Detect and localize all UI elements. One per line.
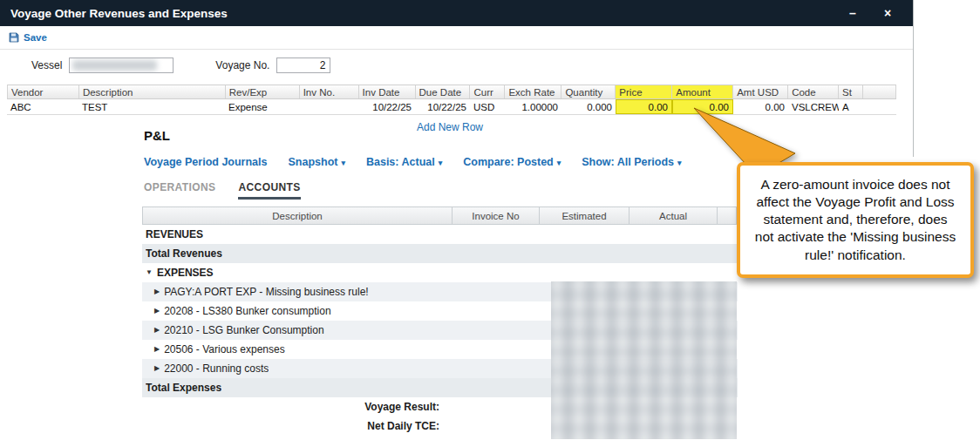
pnl-table-header: DescriptionInvoice NoEstimatedActual <box>142 206 738 225</box>
screenshot-canvas: Voyage Other Revenues and Expenses – × S… <box>0 0 980 440</box>
invoice-col-code: Code <box>788 85 839 98</box>
voyage-no-input[interactable]: 2 <box>276 58 330 73</box>
pnl-row-label: 20208 - LS380 Bunker consumption <box>164 305 330 317</box>
callout-text: A zero-amount invoice does not affect th… <box>755 177 956 262</box>
invoice-cell-st[interactable]: A <box>839 99 863 114</box>
pnl-menu-show-all-periods[interactable]: Show: All Periods▾ <box>582 156 681 168</box>
pnl-row-label: EXPENSES <box>157 267 214 279</box>
pnl-row-revenues: REVENUES <box>142 225 738 244</box>
menu-item-label: Snapshot <box>288 156 337 168</box>
invoice-col-due-date: Due Date <box>416 85 471 98</box>
invoice-col-amt-usd: Amt USD <box>733 85 788 98</box>
invoice-cell-filler <box>863 99 896 114</box>
invoice-cell-vendor[interactable]: ABC <box>7 99 78 114</box>
pnl-row-label: Total Expenses <box>146 382 221 394</box>
tab-accounts[interactable]: ACCOUNTS <box>238 181 300 200</box>
pnl-row-label: Total Revenues <box>146 247 222 260</box>
window-title: Voyage Other Revenues and Expenses <box>10 7 845 20</box>
pnl-menu-voyage-period-journals[interactable]: Voyage Period Journals <box>144 156 267 168</box>
pnl-title: P&L <box>142 128 738 143</box>
pnl-menu-basis-actual[interactable]: Basis: Actual▾ <box>366 156 442 168</box>
chevron-down-icon: ▾ <box>439 159 443 167</box>
invoice-cell-rev-exp[interactable]: Expense <box>225 99 299 114</box>
invoice-col-amount: Amount <box>672 85 733 98</box>
save-label: Save <box>24 32 47 43</box>
pnl-col-description: Description <box>143 207 453 224</box>
pnl-col-invoice-no: Invoice No <box>453 207 540 224</box>
pnl-row-total-revenues: Total Revenues <box>142 244 738 263</box>
pnl-row-label: REVENUES <box>146 228 203 240</box>
collapse-icon[interactable]: ▼ <box>146 268 153 276</box>
pnl-row-label: 20210 - LSG Bunker Consumption <box>164 324 323 336</box>
pnl-row-label: Voyage Result: <box>146 401 446 413</box>
invoice-col-exch-rate: Exch Rate <box>505 85 561 98</box>
invoice-col-curr: Curr <box>470 85 505 98</box>
pnl-menu: Voyage Period JournalsSnapshot▾Basis: Ac… <box>142 156 738 168</box>
pnl-menu-compare-posted[interactable]: Compare: Posted▾ <box>463 156 561 168</box>
pnl-row-expenses[interactable]: ▼EXPENSES <box>142 263 738 282</box>
voyage-no-value: 2 <box>320 59 326 71</box>
pnl-menu-snapshot[interactable]: Snapshot▾ <box>288 156 344 168</box>
invoice-col-price: Price <box>616 85 672 98</box>
invoice-col-quantity: Quantity <box>561 85 616 98</box>
invoice-col-st: St <box>839 85 863 98</box>
expand-icon[interactable]: ▶ <box>154 307 160 315</box>
vessel-label: Vessel <box>31 59 62 71</box>
pnl-row-label: 20506 - Various expenses <box>164 343 285 355</box>
invoice-cell-exch-rate[interactable]: 1.00000 <box>505 99 561 114</box>
invoice-cell-curr[interactable]: USD <box>470 99 505 114</box>
expand-icon[interactable]: ▶ <box>154 364 160 372</box>
invoice-cell-inv-no[interactable] <box>299 99 358 114</box>
toolbar: Save <box>0 26 913 50</box>
redacted-blur <box>551 281 737 439</box>
invoice-col-filler <box>863 85 896 98</box>
invoice-cell-price[interactable]: 0.00 <box>616 99 672 114</box>
pnl-col-actual: Actual <box>630 207 718 224</box>
save-button[interactable]: Save <box>9 32 47 43</box>
menu-item-label: Basis: Actual <box>366 156 435 168</box>
invoice-col-inv-date: Inv Date <box>359 85 416 98</box>
invoice-col-inv-no: Inv No. <box>300 85 359 98</box>
pnl-col-estimated: Estimated <box>540 207 630 224</box>
redacted-vessel-value <box>72 60 157 71</box>
vessel-input[interactable] <box>69 58 174 73</box>
invoice-table-header: VendorDescriptionRev/ExpInv No.Inv DateD… <box>7 85 896 99</box>
save-icon <box>9 32 19 43</box>
expand-icon[interactable]: ▶ <box>154 326 160 334</box>
pnl-row-label: Net Daily TCE: <box>146 420 446 432</box>
redacted-values-area <box>551 281 737 439</box>
menu-item-label: Voyage Period Journals <box>144 156 267 168</box>
close-button[interactable]: × <box>880 6 895 20</box>
menu-item-label: Show: All Periods <box>582 156 674 168</box>
invoice-cell-quantity[interactable]: 0.000 <box>561 99 616 114</box>
tab-operations[interactable]: OPERATIONS <box>144 181 215 200</box>
callout-note: A zero-amount invoice does not affect th… <box>737 162 974 278</box>
invoice-cell-inv-date[interactable]: 10/22/25 <box>358 99 415 114</box>
pnl-col-filler <box>718 207 737 224</box>
invoice-col-description: Description <box>79 85 226 98</box>
invoice-col-vendor: Vendor <box>8 85 79 98</box>
header-form: Vessel Voyage No. 2 <box>0 51 913 79</box>
window-controls: – × <box>845 6 902 20</box>
pnl-row-label: PAGY:A PORT EXP - Missing business rule! <box>164 286 369 298</box>
expand-icon[interactable]: ▶ <box>154 288 160 295</box>
window-titlebar: Voyage Other Revenues and Expenses – × <box>0 0 913 26</box>
invoice-cell-due-date[interactable]: 10/22/25 <box>415 99 470 114</box>
pnl-row-label: 22000 - Running costs <box>164 362 269 375</box>
minimize-button[interactable]: – <box>845 6 861 20</box>
expand-icon[interactable]: ▶ <box>154 345 160 353</box>
menu-item-label: Compare: Posted <box>463 156 554 168</box>
chevron-down-icon: ▾ <box>557 159 561 167</box>
invoice-cell-description[interactable]: TEST <box>78 99 225 114</box>
pnl-tabs: OPERATIONSACCOUNTS <box>142 181 738 200</box>
invoice-col-rev-exp: Rev/Exp <box>226 85 300 98</box>
chevron-down-icon: ▾ <box>341 159 345 167</box>
voyage-no-label: Voyage No. <box>215 59 269 71</box>
